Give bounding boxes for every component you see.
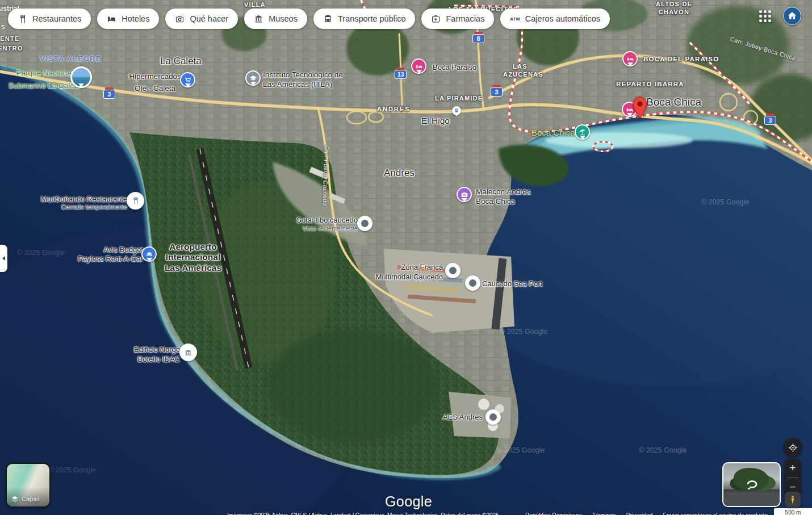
hotel-marker-boca-paraiso[interactable] bbox=[411, 58, 426, 74]
photo-icon bbox=[70, 66, 92, 88]
route-shield-8: 8 bbox=[472, 32, 484, 43]
restaurant-icon bbox=[18, 14, 27, 24]
profile-avatar[interactable]: f bbox=[783, 7, 801, 25]
photo-marker-parque-nacional[interactable] bbox=[70, 66, 92, 88]
chip-restaurantes[interactable]: Restaurantes bbox=[8, 9, 91, 29]
pegman-button[interactable] bbox=[785, 492, 801, 508]
chip-label: Restaurantes bbox=[32, 14, 81, 23]
school-marker-itla[interactable] bbox=[245, 70, 261, 86]
museum-icon bbox=[254, 14, 263, 24]
hotel-icon bbox=[107, 14, 116, 24]
chevron-left-icon bbox=[0, 256, 5, 261]
pin-marker-aes-andres[interactable] bbox=[485, 409, 501, 425]
destination-pin-icon bbox=[632, 97, 648, 119]
chip-label: Transporte público bbox=[338, 14, 406, 23]
footer-links: República Dominicana Términos Privacidad… bbox=[525, 512, 768, 515]
streetview-arrow-icon bbox=[743, 477, 760, 489]
category-chips-bar: Restaurantes Hoteles Qué hacer Museos Tr… bbox=[8, 9, 610, 29]
car-icon bbox=[141, 246, 157, 262]
route-shield-13: 13 bbox=[395, 68, 407, 79]
side-panel-collapse-button[interactable] bbox=[0, 245, 7, 272]
pin-marker-caucedo-sea-port[interactable] bbox=[465, 275, 480, 291]
chip-label: Museos bbox=[269, 14, 298, 23]
pin-icon bbox=[445, 263, 461, 278]
attraction-marker-malecon[interactable] bbox=[457, 187, 472, 202]
beach-umbrella-icon bbox=[575, 124, 590, 140]
pegman-icon bbox=[788, 495, 797, 504]
streetview-road bbox=[723, 492, 780, 506]
chip-label: Hoteles bbox=[122, 14, 149, 23]
route-shield-3: 3 bbox=[491, 85, 503, 97]
hotel-marker-boca-del-paraiso[interactable] bbox=[622, 51, 638, 66]
pin-icon bbox=[485, 409, 501, 425]
house-avatar-icon: f bbox=[786, 10, 798, 22]
destination-pin-boca-chica[interactable] bbox=[632, 97, 648, 122]
chip-que-hacer[interactable]: Qué hacer bbox=[165, 9, 238, 29]
transit-icon bbox=[323, 14, 333, 24]
attraction-camera-icon bbox=[457, 187, 472, 202]
government-building-icon bbox=[179, 344, 197, 361]
layers-label: Capas bbox=[22, 496, 40, 503]
footer-link-feedback[interactable]: Enviar comentarios al equipo de producto bbox=[663, 512, 768, 515]
google-maps-app: © 2025 Google © 2025 Google © 2025 Googl… bbox=[0, 0, 812, 515]
footer-link-region[interactable]: República Dominicana bbox=[525, 512, 582, 515]
my-location-button[interactable] bbox=[783, 438, 802, 457]
building-marker-idac[interactable] bbox=[179, 344, 197, 361]
map-scale: 500 m bbox=[774, 508, 812, 515]
chip-label: Qué hacer bbox=[190, 14, 228, 23]
chip-farmacias[interactable]: Farmacias bbox=[421, 9, 494, 29]
pin-icon bbox=[465, 275, 480, 291]
streetview-preview[interactable] bbox=[722, 462, 781, 507]
atm-icon: ATM bbox=[510, 16, 520, 22]
pharmacy-icon bbox=[431, 14, 441, 24]
pin-icon bbox=[357, 216, 372, 231]
restaurant-icon bbox=[127, 192, 144, 210]
zoom-in-button[interactable]: + bbox=[784, 459, 801, 478]
store-marker-hipermercados[interactable] bbox=[180, 72, 195, 87]
footer-link-privacy[interactable]: Privacidad bbox=[626, 512, 653, 515]
bed-icon bbox=[622, 51, 638, 66]
apps-grid-icon[interactable] bbox=[759, 10, 771, 22]
chip-hoteles[interactable]: Hoteles bbox=[97, 9, 159, 29]
zoom-controls: + − bbox=[784, 459, 801, 496]
car-rental-marker-avis[interactable] bbox=[141, 246, 157, 262]
map-attribution: Imágenes ©2025 Airbus, CNES / Airbus, La… bbox=[227, 512, 499, 515]
pin-marker-solar-tibo[interactable] bbox=[357, 216, 372, 231]
chip-label: Farmacias bbox=[446, 14, 484, 23]
pin-marker-zona-franca[interactable] bbox=[445, 263, 461, 278]
footer-link-terms[interactable]: Términos bbox=[592, 512, 616, 515]
chip-cajeros-automaticos[interactable]: ATM Cajeros automáticos bbox=[500, 9, 610, 29]
my-location-icon bbox=[788, 442, 798, 453]
chip-transporte-publico[interactable]: Transporte público bbox=[313, 9, 416, 29]
graduation-cap-icon bbox=[245, 70, 261, 86]
layers-icon bbox=[11, 495, 19, 503]
restaurant-marker-morisonando[interactable] bbox=[127, 192, 144, 210]
cart-icon bbox=[180, 72, 195, 87]
route-shield-3: 3 bbox=[103, 87, 115, 99]
chip-label: Cajeros automáticos bbox=[525, 14, 600, 23]
beach-marker-boca-chica[interactable] bbox=[575, 124, 590, 140]
chip-museos[interactable]: Museos bbox=[244, 9, 307, 29]
camera-icon bbox=[175, 14, 185, 24]
layers-button[interactable]: Capas bbox=[6, 463, 51, 508]
route-shield-3: 3 bbox=[764, 114, 776, 125]
transit-station-marker[interactable] bbox=[452, 106, 461, 115]
train-icon bbox=[452, 106, 461, 115]
bed-icon bbox=[411, 58, 426, 74]
